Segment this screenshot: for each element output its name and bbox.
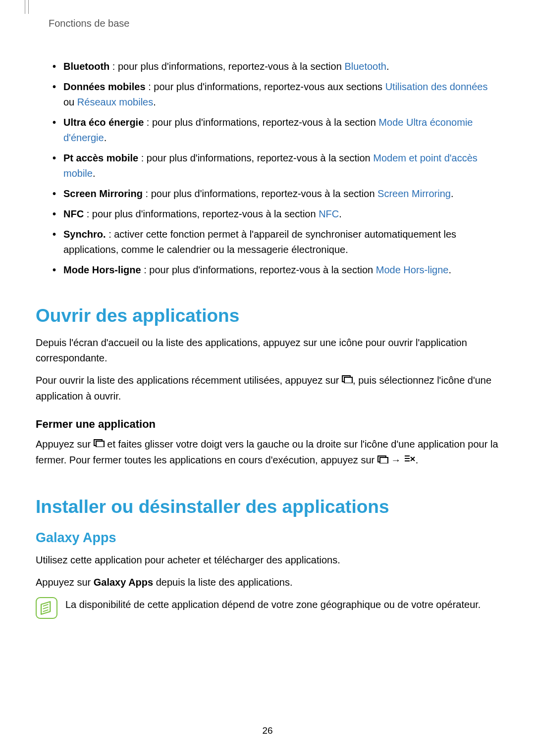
- bullet-tail: .: [153, 97, 156, 107]
- body-text: Pour ouvrir la liste des applications ré…: [36, 373, 499, 404]
- top-tab-marker: [25, 0, 29, 14]
- bullet-tail: .: [448, 264, 451, 275]
- bullet-label: NFC: [63, 208, 84, 219]
- body-text: Appuyez sur et faites glisser votre doig…: [36, 437, 499, 468]
- list-item: Synchro. : activer cette fonction permet…: [51, 227, 499, 257]
- bullet-text: : pour plus d'informations, reportez-vou…: [141, 264, 376, 275]
- recent-apps-icon: [377, 453, 388, 468]
- subheading-galaxy-apps: Galaxy Apps: [36, 530, 499, 546]
- svg-rect-3: [96, 441, 104, 447]
- link-bluetooth[interactable]: Bluetooth: [344, 61, 386, 72]
- link-flight-mode[interactable]: Mode Hors-ligne: [376, 264, 449, 275]
- close-all-icon: [404, 453, 416, 468]
- bullet-text: : pour plus d'informations, reportez-vou…: [138, 152, 373, 163]
- list-item: Pt accès mobile : pour plus d'informatio…: [51, 151, 499, 181]
- list-item: NFC : pour plus d'informations, reportez…: [51, 206, 499, 222]
- link-nfc[interactable]: NFC: [319, 208, 339, 219]
- heading-open-apps: Ouvrir des applications: [36, 305, 499, 326]
- list-item: Ultra éco énergie : pour plus d'informat…: [51, 115, 499, 146]
- arrow-text: →: [388, 454, 404, 465]
- note-icon: [36, 597, 57, 619]
- subheading-close-app: Fermer une application: [36, 418, 499, 431]
- text-bold: Galaxy Apps: [94, 577, 153, 588]
- body-text: Utilisez cette application pour acheter …: [36, 553, 499, 568]
- bullet-text: : pour plus d'informations, reportez-vou…: [144, 117, 378, 128]
- bullet-tail: .: [451, 188, 454, 199]
- recent-apps-icon: [94, 436, 105, 452]
- page-header: Fonctions de base: [49, 18, 499, 29]
- link-mobile-networks[interactable]: Réseaux mobiles: [77, 97, 153, 107]
- text-fragment: depuis la liste des applications.: [153, 577, 292, 588]
- bullet-text: : pour plus d'informations, reportez-vou…: [109, 61, 344, 72]
- svg-line-13: [43, 609, 49, 611]
- bullet-tail: .: [104, 132, 107, 143]
- list-item: Données mobiles : pour plus d'informatio…: [51, 79, 499, 110]
- bullet-label: Ultra éco énergie: [63, 117, 144, 128]
- bullet-label: Screen Mirroring: [63, 188, 143, 199]
- bullet-list: Bluetooth : pour plus d'informations, re…: [51, 59, 499, 278]
- bullet-mid: ou: [63, 97, 77, 107]
- note-row: La disponibilité de cette application dé…: [36, 597, 499, 619]
- text-fragment: Pour ouvrir la liste des applications ré…: [36, 375, 342, 386]
- page-container: Fonctions de base Bluetooth : pour plus …: [0, 0, 535, 756]
- bullet-text: : pour plus d'informations, reportez-vou…: [146, 81, 385, 92]
- list-item: Screen Mirroring : pour plus d'informati…: [51, 186, 499, 202]
- svg-line-11: [43, 604, 49, 606]
- bullet-text: : activer cette fonction permet à l'appa…: [63, 229, 456, 255]
- recent-apps-icon: [342, 372, 353, 388]
- page-number: 26: [0, 725, 535, 736]
- heading-install-uninstall: Installer ou désinstaller des applicatio…: [36, 497, 499, 517]
- bullet-label: Pt accès mobile: [63, 152, 138, 163]
- bullet-label: Données mobiles: [63, 81, 146, 92]
- bullet-tail: .: [386, 61, 389, 72]
- bullet-label: Mode Hors-ligne: [63, 264, 141, 275]
- text-fragment: Appuyez sur: [36, 439, 94, 450]
- bullet-text: : pour plus d'informations, reportez-vou…: [143, 188, 377, 199]
- svg-rect-5: [380, 457, 388, 463]
- note-text: La disponibilité de cette application dé…: [65, 597, 481, 612]
- body-text: Depuis l'écran d'accueil ou la liste des…: [36, 335, 499, 366]
- list-item: Bluetooth : pour plus d'informations, re…: [51, 59, 499, 74]
- bullet-label: Bluetooth: [63, 61, 109, 72]
- bullet-tail: .: [93, 168, 96, 179]
- link-data-usage[interactable]: Utilisation des données: [385, 81, 488, 92]
- list-item: Mode Hors-ligne : pour plus d'informatio…: [51, 262, 499, 278]
- text-fragment: et faites glisser votre doigt vers la ga…: [36, 439, 498, 465]
- bullet-tail: .: [339, 208, 342, 219]
- link-screen-mirroring[interactable]: Screen Mirroring: [377, 188, 451, 199]
- svg-line-12: [43, 607, 49, 609]
- text-fragment: .: [416, 454, 419, 465]
- svg-rect-1: [344, 377, 352, 383]
- body-text: Appuyez sur Galaxy Apps depuis la liste …: [36, 575, 499, 590]
- bullet-label: Synchro.: [63, 229, 106, 240]
- bullet-text: : pour plus d'informations, reportez-vou…: [84, 208, 319, 219]
- text-fragment: Appuyez sur: [36, 577, 94, 588]
